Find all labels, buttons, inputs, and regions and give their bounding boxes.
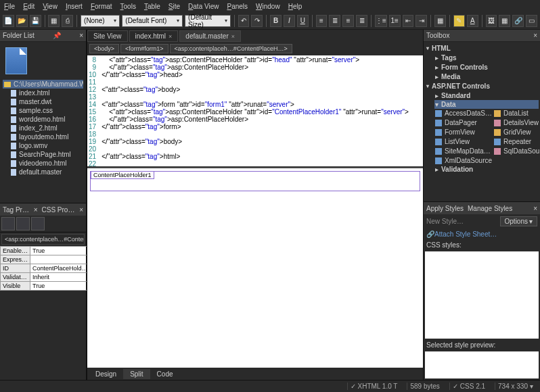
insert-table-button[interactable]: ▦ [499,15,510,27]
toolbox-item[interactable]: DataPager [434,118,493,127]
status-xhtml[interactable]: ✓XHTML 1.0 T [347,383,401,390]
indent-button[interactable]: ⇥ [415,15,427,27]
folder-item[interactable]: worddemo.html [3,115,83,124]
folder-item[interactable]: index.html [3,89,83,97]
document-tab[interactable]: index.html× [129,30,179,42]
apply-styles-tab[interactable]: Apply Styles [426,205,464,212]
property-row[interactable]: Enable…True [1,247,91,255]
tag-properties-tab[interactable]: Tag Pr… [3,206,29,214]
folder-item[interactable]: SearchPage.html [3,150,83,159]
align-right-button[interactable]: ≡ [342,15,354,27]
code-editor[interactable]: 8910111213141516171819202122 <"attr">cla… [87,55,423,166]
attach-stylesheet-link[interactable]: Attach Style Sheet… [434,230,497,238]
property-row[interactable]: VisibleTrue [1,282,91,291]
toolbox-item[interactable]: ListView [434,137,493,146]
manage-styles-tab[interactable]: Manage Styles [468,205,512,212]
new-file-button[interactable]: 📄 [3,15,14,27]
document-tab[interactable]: Site View [87,30,128,42]
toolbox-item[interactable]: Repeater [493,137,540,146]
menu-view[interactable]: View [43,3,58,10]
outdent-button[interactable]: ⇤ [403,15,414,27]
status-css[interactable]: ✓CSS 2.1 [449,383,488,390]
font-color-button[interactable]: A [467,15,478,27]
view-tab-split[interactable]: Split [123,369,150,379]
pin-icon[interactable]: 📌 [53,32,61,39]
publish-button[interactable]: ⎙ [62,15,73,27]
toolbox-item[interactable]: SiteMapData… [434,147,493,155]
menu-help[interactable]: Help [288,3,302,10]
toolbox-group-aspnet[interactable]: ▾ASP.NET Controls [425,81,539,91]
preview-button[interactable]: ▦ [48,15,60,27]
menu-tools[interactable]: Tools [120,3,136,10]
close-icon[interactable]: × [533,205,537,212]
underline-button[interactable]: U [297,15,309,27]
menu-edit[interactable]: Edit [23,3,35,10]
properties-grid[interactable]: Enable…TrueExpres…IDContentPlaceHold…Val… [0,246,86,291]
property-row[interactable]: Expres… [1,255,91,264]
toolbox-group-html[interactable]: ▾HTML [425,43,539,53]
document-tab[interactable]: default.master× [179,30,241,42]
open-button[interactable]: 📂 [16,15,28,27]
toolbox-item[interactable]: XmlDataSource [434,156,493,165]
align-center-button[interactable]: ≣ [329,15,340,27]
save-button[interactable]: 💾 [30,15,41,27]
insert-image-button[interactable]: 🖼 [486,15,497,27]
menu-data-view[interactable]: Data View [188,3,219,10]
property-row[interactable]: IDContentPlaceHold… [1,264,91,273]
menu-table[interactable]: Table [144,3,160,10]
breadcrumb-item[interactable]: <asp:contentplaceh…#ContentPlaceH…> [170,44,292,53]
justify-button[interactable]: ≣ [356,15,367,27]
property-row[interactable]: Validat…Inherit [1,273,91,282]
menu-insert[interactable]: Insert [66,3,83,10]
view-tab-code[interactable]: Code [150,369,180,379]
view-tab-design[interactable]: Design [89,369,123,379]
borders-button[interactable]: ▦ [434,15,446,27]
toolbox-group[interactable]: ▸Form Controls [434,63,539,72]
toolbox-item[interactable]: AccessDataS… [434,109,493,118]
css-properties-tab[interactable]: CSS Pro… [42,206,75,214]
toolbox-item[interactable]: GridView [493,128,540,137]
content-placeholder-region[interactable]: ContentPlaceHolder1 [90,171,420,191]
options-button[interactable]: Options▾ [500,216,537,226]
close-icon[interactable]: × [533,32,537,39]
list-bullets-button[interactable]: ⋮≡ [375,15,387,27]
folder-item[interactable]: logo.wmv [3,141,83,150]
menu-panels[interactable]: Panels [227,3,248,10]
menu-site[interactable]: Site [168,3,180,10]
style-select[interactable]: (None)▾ [81,15,120,27]
bold-button[interactable]: B [270,15,282,27]
breadcrumb-item[interactable]: <body> [89,44,119,53]
folder-item[interactable]: layoutdemo.html [3,132,83,141]
toolbox-group[interactable]: ▸Validation [434,165,539,174]
close-icon[interactable]: × [79,206,83,214]
align-left-button[interactable]: ≡ [316,15,328,27]
breadcrumb-item[interactable]: <form#form1> [120,44,168,53]
toolbox-group[interactable]: ▸Standard [434,91,539,100]
toolbox-item[interactable]: DataList [493,109,540,118]
props-btn-3[interactable] [31,217,45,230]
new-style-link[interactable]: New Style… [426,218,464,225]
toolbox-group-data[interactable]: ▾Data [434,100,539,109]
toolbox-item[interactable]: SqlDataSource [493,147,540,155]
insert-layer-button[interactable]: ▭ [526,15,537,27]
folder-item[interactable]: videodemo.html [3,159,83,168]
menu-window[interactable]: Window [256,3,280,10]
toolbox-group[interactable]: ▸Tags [434,53,539,62]
folder-item[interactable]: master.dwt [3,97,83,106]
css-styles-box[interactable] [425,251,539,339]
site-icon[interactable] [5,47,27,74]
folder-item[interactable]: sample.css [3,106,83,115]
redo-button[interactable]: ↷ [251,15,263,27]
design-surface[interactable]: ContentPlaceHolder1 [87,166,423,368]
list-numbers-button[interactable]: 1≡ [389,15,401,27]
folder-item[interactable]: index_2.html [3,124,83,132]
props-selector[interactable]: <asp:contentplaceh…#Conten… [1,234,85,245]
toolbox-group[interactable]: ▸Media [434,72,539,81]
undo-button[interactable]: ↶ [238,15,250,27]
close-icon[interactable]: × [231,33,235,40]
highlight-button[interactable]: ✎ [453,15,465,27]
menu-format[interactable]: Format [91,3,112,10]
size-select[interactable]: (Default Size)▾ [185,15,231,27]
italic-button[interactable]: I [284,15,295,27]
props-btn-1[interactable] [1,217,15,230]
